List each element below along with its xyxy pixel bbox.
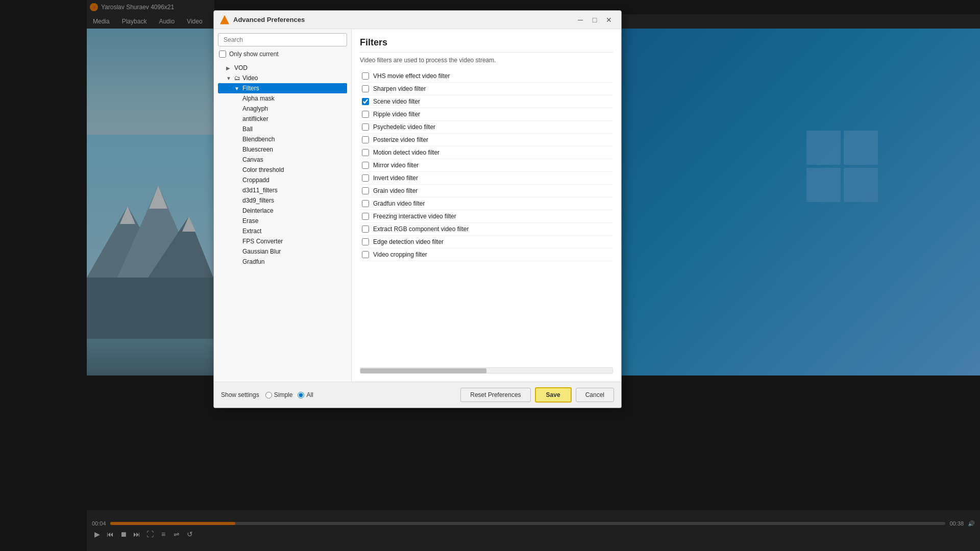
folder-icon-video: 🗂 — [234, 74, 240, 82]
all-radio-label[interactable]: All — [298, 391, 313, 398]
tree-item-anaglyph[interactable]: Anaglyph — [218, 104, 347, 114]
filter-checkbox-mirror[interactable] — [362, 162, 369, 169]
tree-item-gaussian-blur[interactable]: Gaussian Blur — [218, 246, 347, 257]
tree-label-filters: Filters — [242, 85, 259, 92]
filter-item-posterize: Posterize video filter — [360, 134, 613, 146]
filter-checkbox-ripple[interactable] — [362, 111, 369, 118]
filter-checkbox-freezing[interactable] — [362, 213, 369, 220]
tree-item-antiflicker[interactable]: antiflicker — [218, 114, 347, 124]
tree-label-bluescreen: Bluescreen — [242, 146, 273, 153]
tree-label-gaussian-blur: Gaussian Blur — [242, 248, 281, 255]
left-panel: Only show current ▶ VOD ▼ 🗂 Video ▼ Filt… — [214, 29, 352, 382]
filter-checkbox-invert[interactable] — [362, 174, 369, 182]
tree-label-vod: VOD — [234, 64, 248, 71]
tree-item-gradfun[interactable]: Gradfun — [218, 257, 347, 267]
filter-checkbox-sharpen[interactable] — [362, 85, 369, 92]
only-show-current-checkbox[interactable] — [219, 51, 226, 58]
tree-item-d3d11[interactable]: d3d11_filters — [218, 185, 347, 195]
filter-checkbox-video-cropping[interactable] — [362, 251, 369, 258]
simple-radio[interactable] — [265, 392, 272, 398]
dialog-content: Only show current ▶ VOD ▼ 🗂 Video ▼ Filt… — [214, 29, 621, 382]
tree-item-deinterlace[interactable]: Deinterlace — [218, 206, 347, 216]
dialog-title-section: Advanced Preferences — [220, 15, 305, 24]
filter-label-invert: Invert video filter — [373, 174, 418, 182]
filter-item-psychedelic: Psychedelic video filter — [360, 121, 613, 134]
filters-list: VHS movie effect video filter Sharpen vi… — [360, 70, 613, 365]
tree-label-video: Video — [242, 74, 258, 82]
save-button[interactable]: Save — [535, 387, 572, 403]
tree-item-d3d9[interactable]: d3d9_filters — [218, 195, 347, 206]
show-settings-label: Show settings — [221, 391, 259, 398]
filter-item-mirror: Mirror video filter — [360, 159, 613, 172]
filter-item-motion-detect: Motion detect video filter — [360, 146, 613, 159]
tree-item-alpha-mask[interactable]: Alpha mask — [218, 93, 347, 104]
filter-label-extract-rgb: Extract RGB component video filter — [373, 226, 469, 233]
tree-item-canvas[interactable]: Canvas — [218, 155, 347, 165]
tree-label-antiflicker: antiflicker — [242, 115, 268, 122]
vlc-cone-icon — [220, 15, 229, 24]
tree-label-d3d11: d3d11_filters — [242, 187, 278, 194]
minimize-button[interactable]: ─ — [574, 15, 586, 25]
filter-checkbox-extract-rgb[interactable] — [362, 226, 369, 233]
filter-label-freezing: Freezing interactive video filter — [373, 213, 456, 220]
only-show-current-text: Only show current — [229, 51, 279, 58]
filter-label-scene: Scene video filter — [373, 98, 420, 105]
tree-label-fps-converter: FPS Converter — [242, 238, 283, 245]
filter-label-ripple: Ripple video filter — [373, 111, 420, 118]
filter-item-ripple: Ripple video filter — [360, 108, 613, 121]
filter-checkbox-posterize[interactable] — [362, 136, 369, 143]
dialog-title: Advanced Preferences — [233, 16, 305, 23]
filter-item-invert: Invert video filter — [360, 172, 613, 185]
tree-item-erase[interactable]: Erase — [218, 216, 347, 226]
show-settings-radio-group[interactable]: Simple All — [265, 391, 313, 398]
filter-item-grain: Grain video filter — [360, 185, 613, 197]
all-radio[interactable] — [298, 392, 304, 398]
tree-label-deinterlace: Deinterlace — [242, 207, 274, 214]
tree-item-extract[interactable]: Extract — [218, 226, 347, 236]
action-buttons[interactable]: Reset Preferences Save Cancel — [460, 387, 614, 403]
tree-expand-icon-video: ▼ — [226, 76, 232, 81]
filter-label-grain: Grain video filter — [373, 187, 418, 194]
filter-item-freezing: Freezing interactive video filter — [360, 210, 613, 223]
filter-checkbox-edge-detection[interactable] — [362, 238, 369, 245]
tree-item-color-threshold[interactable]: Color threshold — [218, 165, 347, 175]
tree-item-bluescreen[interactable]: Bluescreen — [218, 144, 347, 155]
tree-item-vod[interactable]: ▶ VOD — [218, 63, 347, 73]
only-show-current-label[interactable]: Only show current — [218, 49, 347, 59]
scrollbar-thumb — [360, 368, 486, 373]
show-settings-section: Show settings Simple All — [221, 391, 313, 398]
cancel-button[interactable]: Cancel — [576, 388, 614, 402]
filter-checkbox-psychedelic[interactable] — [362, 123, 369, 131]
filter-label-video-cropping: Video cropping filter — [373, 251, 427, 258]
dialog-window-controls[interactable]: ─ □ ✕ — [574, 15, 615, 25]
filter-label-edge-detection: Edge detection video filter — [373, 238, 444, 245]
filter-label-vhs: VHS movie effect video filter — [373, 72, 450, 80]
filter-item-edge-detection: Edge detection video filter — [360, 236, 613, 248]
search-input[interactable] — [218, 33, 347, 46]
filter-label-mirror: Mirror video filter — [373, 162, 419, 169]
filter-label-psychedelic: Psychedelic video filter — [373, 123, 435, 131]
filter-label-motion-detect: Motion detect video filter — [373, 149, 439, 156]
tree-item-blendbench[interactable]: Blendbench — [218, 134, 347, 144]
filter-checkbox-vhs[interactable] — [362, 72, 369, 80]
filter-item-sharpen: Sharpen video filter — [360, 83, 613, 95]
reset-preferences-button[interactable]: Reset Preferences — [460, 388, 530, 402]
tree-item-croppadd[interactable]: Croppadd — [218, 175, 347, 185]
filter-checkbox-motion-detect[interactable] — [362, 149, 369, 156]
close-button[interactable]: ✕ — [603, 15, 615, 25]
all-label: All — [306, 391, 313, 398]
tree-container[interactable]: ▶ VOD ▼ 🗂 Video ▼ Filters Alpha mask — [218, 63, 347, 378]
filter-checkbox-scene[interactable] — [362, 98, 369, 105]
tree-item-video[interactable]: ▼ 🗂 Video — [218, 73, 347, 83]
simple-radio-label[interactable]: Simple — [265, 391, 293, 398]
horizontal-scrollbar[interactable] — [360, 367, 613, 373]
filter-item-video-cropping: Video cropping filter — [360, 248, 613, 261]
maximize-button[interactable]: □ — [589, 15, 601, 25]
tree-label-canvas: Canvas — [242, 156, 263, 163]
filter-checkbox-grain[interactable] — [362, 187, 369, 194]
tree-item-filters[interactable]: ▼ Filters — [218, 83, 347, 93]
filter-checkbox-gradfun[interactable] — [362, 200, 369, 207]
tree-item-ball[interactable]: Ball — [218, 124, 347, 134]
tree-item-fps-converter[interactable]: FPS Converter — [218, 236, 347, 246]
right-panel: Filters Video filters are used to proces… — [352, 29, 621, 382]
